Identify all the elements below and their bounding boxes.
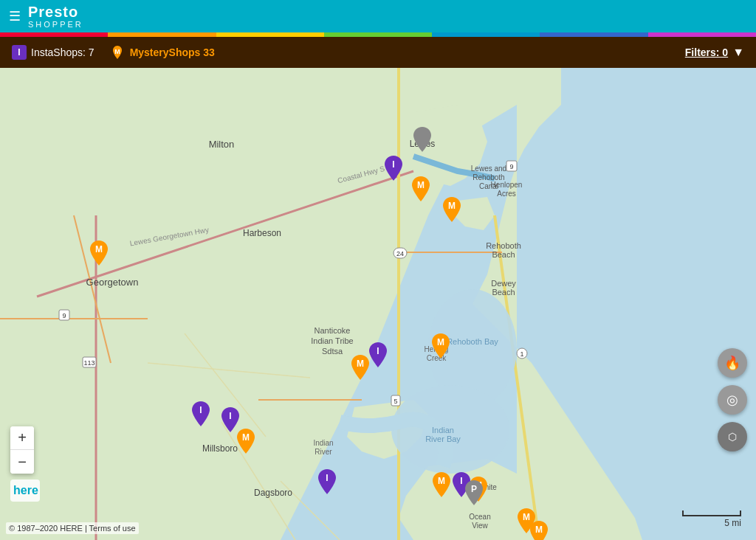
svg-text:Milton: Milton (209, 139, 235, 150)
heat-map-button[interactable]: 🔥 (718, 348, 747, 378)
svg-text:M: M (535, 525, 543, 535)
svg-text:River Bay: River Bay (425, 435, 461, 443)
svg-text:Harbeson: Harbeson (243, 228, 281, 238)
svg-text:5: 5 (394, 398, 397, 405)
mysteryshops-filter[interactable]: M MysteryShops 33 (109, 44, 215, 60)
svg-text:I: I (326, 473, 328, 483)
filter-bar: I InstaShops: 7 M MysteryShops 33 Filter… (0, 37, 756, 68)
menu-icon[interactable]: ☰ (9, 8, 21, 24)
svg-text:Acres: Acres (497, 190, 516, 198)
zoom-out-button[interactable]: − (10, 450, 34, 474)
svg-text:Ocean: Ocean (469, 513, 490, 521)
instashops-filter[interactable]: I InstaShops: 7 (12, 45, 94, 60)
svg-text:M: M (417, 180, 425, 190)
mystery-pin-henlopen1[interactable]: M (409, 175, 433, 203)
scale-label: 5 mi (724, 518, 741, 528)
mystery-pin-henlopen2[interactable]: M (440, 195, 464, 224)
svg-text:Sdtsa: Sdtsa (322, 347, 343, 356)
scale-line (682, 510, 741, 516)
insta-icon: I (12, 45, 27, 60)
scale-bar: 5 mi (682, 510, 741, 528)
svg-text:Lewes and: Lewes and (471, 165, 506, 173)
grey-pin-ocean-view[interactable]: P (462, 479, 486, 507)
svg-text:Millsboro: Millsboro (202, 443, 238, 454)
svg-text:Indian Tribe: Indian Tribe (311, 336, 353, 345)
svg-text:Rehoboth: Rehoboth (486, 241, 521, 250)
layers-button[interactable]: ⬡ (718, 422, 747, 451)
map-action-buttons: 🔥 ◎ ⬡ (718, 348, 747, 451)
logo: Presto SHOPPER (28, 4, 83, 29)
svg-text:Nanticoke: Nanticoke (315, 326, 351, 335)
mystery-pin-s-bethany2[interactable]: M (527, 519, 551, 540)
svg-text:Beach: Beach (492, 288, 515, 297)
mystery-pin-georgetown[interactable]: M (87, 239, 111, 267)
svg-text:Georgetown: Georgetown (86, 277, 139, 288)
copyright: © 1987–2020 HERE | Terms of use (6, 522, 139, 534)
svg-text:I: I (199, 405, 202, 415)
here-logo: here (10, 480, 40, 505)
svg-text:Dagsboro: Dagsboro (254, 488, 292, 498)
filters-control[interactable]: Filters: 0 ▼ (685, 46, 744, 59)
svg-text:113: 113 (83, 359, 94, 367)
svg-text:M: M (242, 432, 250, 443)
insta-pin-millsboro1[interactable]: I (189, 400, 213, 428)
header: ☰ Presto SHOPPER (0, 0, 756, 32)
svg-text:Beach: Beach (492, 250, 515, 259)
target-button[interactable]: ◎ (718, 385, 747, 415)
svg-text:River: River (315, 448, 332, 456)
insta-pin-dagsboro[interactable]: I (315, 468, 339, 496)
svg-text:9: 9 (62, 312, 66, 319)
filters-label: Filters: 0 (685, 46, 728, 58)
svg-text:Rehoboth: Rehoboth (472, 173, 504, 181)
zoom-in-button[interactable]: + (10, 426, 34, 450)
svg-text:Indian: Indian (432, 426, 454, 435)
svg-text:24: 24 (396, 250, 404, 257)
svg-text:here: here (13, 484, 38, 496)
map-background: Milton Georgetown Harbeson Nanticoke Ind… (0, 68, 756, 540)
svg-text:M: M (448, 201, 456, 211)
mystery-icon: M (109, 44, 126, 60)
svg-text:1: 1 (520, 350, 523, 358)
svg-text:M: M (95, 244, 103, 255)
svg-text:P: P (471, 484, 477, 494)
svg-text:Canal: Canal (479, 182, 498, 190)
svg-text:Indian: Indian (313, 439, 333, 447)
svg-text:View: View (472, 522, 488, 530)
svg-text:M: M (357, 359, 364, 369)
funnel-icon: ▼ (732, 46, 744, 59)
logo-shopper: SHOPPER (28, 20, 83, 29)
insta-pin-lewes[interactable]: I (382, 154, 405, 182)
svg-text:M: M (114, 48, 120, 55)
logo-presto: Presto (28, 4, 83, 20)
svg-text:9: 9 (509, 163, 513, 170)
mystery-pin-rehoboth-bay[interactable]: M (429, 332, 453, 360)
svg-text:M: M (437, 337, 444, 347)
svg-text:Dewey: Dewey (491, 279, 516, 288)
mysteryshops-label: MysteryShops 33 (130, 46, 215, 58)
mystery-pin-millsboro[interactable]: M (234, 427, 258, 455)
svg-text:M: M (438, 476, 445, 486)
svg-text:I: I (377, 346, 379, 356)
svg-text:Rehoboth Bay: Rehoboth Bay (447, 337, 498, 346)
svg-text:I: I (229, 411, 231, 421)
zoom-controls: + − (10, 426, 34, 474)
svg-text:I: I (392, 159, 394, 170)
map-container: Milton Georgetown Harbeson Nanticoke Ind… (0, 68, 756, 540)
mystery-pin-nanticoke[interactable]: M (348, 353, 372, 381)
grey-pin-lewes[interactable] (410, 125, 434, 153)
instashops-label: InstaShops: 7 (31, 46, 94, 58)
